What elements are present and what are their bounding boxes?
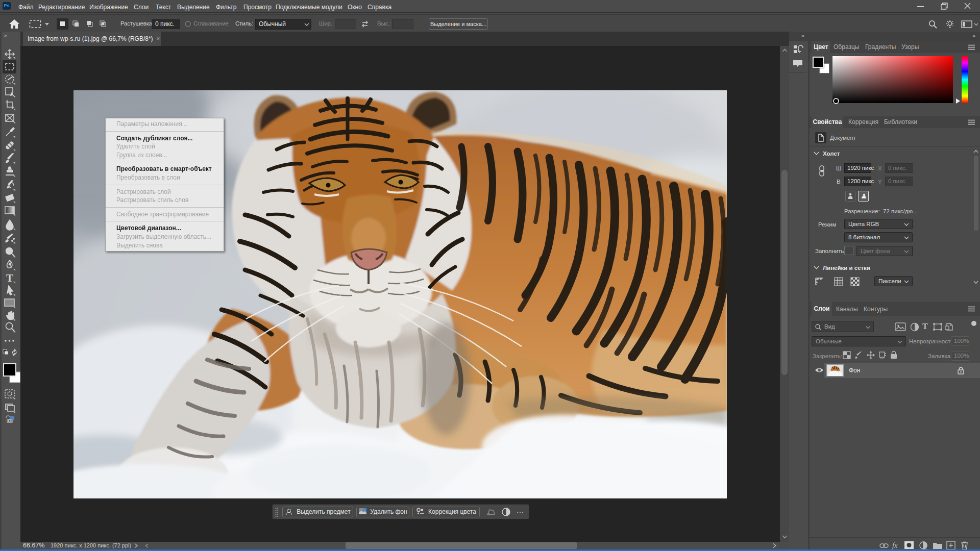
svg-text:fx: fx xyxy=(892,542,898,549)
svg-text:T: T xyxy=(6,272,13,284)
svg-text:»: » xyxy=(4,33,7,38)
